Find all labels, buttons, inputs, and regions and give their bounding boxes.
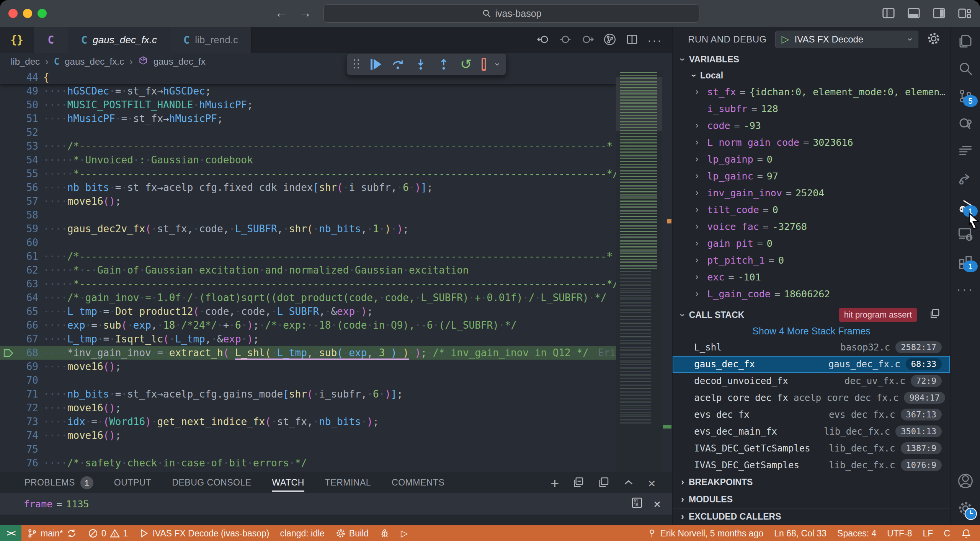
line-number[interactable]: 70	[0, 373, 38, 387]
stack-frame-row[interactable]: acelp_core_dec_fxacelp_core_dec_fx.c984:…	[673, 389, 950, 406]
indentation[interactable]: Spaces: 4	[832, 528, 882, 539]
variable-row[interactable]: ›pt_pitch_1=0	[673, 252, 950, 269]
navigate-back-icon[interactable]	[536, 33, 550, 48]
variables-section-header[interactable]: › VARIABLES	[673, 51, 950, 67]
close-window-button[interactable]	[8, 9, 18, 18]
code-line[interactable]: 76····/*·safety·check·in·case·of·bit·err…	[0, 456, 616, 470]
stack-frame-row[interactable]: gaus_dec_fxgaus_dec_fx.c68:33	[673, 356, 950, 373]
code-line[interactable]: 75	[0, 442, 616, 456]
line-number[interactable]: 55	[0, 167, 38, 181]
line-number[interactable]: 76	[0, 456, 38, 470]
expand-chevron-icon[interactable]: ›	[694, 255, 707, 266]
line-number[interactable]: 74	[0, 429, 38, 442]
pinned-tab-c[interactable]: C	[34, 27, 68, 53]
tab-gaus_dec_fx.c[interactable]: Cgaus_dec_fx.c	[68, 27, 170, 53]
line-number[interactable]: 69	[0, 360, 38, 373]
expand-chevron-icon[interactable]: ›	[694, 137, 707, 148]
sticky-code-line[interactable]: 44{	[0, 70, 616, 84]
stop-button[interactable]	[482, 58, 486, 71]
code-line[interactable]: 63·····*--------------------------------…	[0, 277, 616, 291]
toggle-panel-icon[interactable]	[906, 6, 921, 22]
variable-row[interactable]: ›L_norm_gain_code=3023616	[673, 134, 950, 151]
sidebar-item-live-share[interactable]	[951, 165, 980, 192]
variable-row[interactable]: ›tilt_code=0	[673, 201, 950, 218]
collapse-all-icon[interactable]	[572, 476, 584, 490]
code-line[interactable]: 55·····*--------------------------------…	[0, 167, 616, 181]
panel-tab-output[interactable]: OUTPUT	[114, 472, 152, 493]
line-number[interactable]: 44	[0, 70, 38, 84]
breadcrumb[interactable]: lib_dec › C gaus_dec_fx.c › gaus_dec_fx	[0, 53, 672, 70]
split-panel-icon[interactable]	[597, 476, 609, 490]
line-number[interactable]: 63	[0, 277, 38, 291]
variable-row[interactable]: ›lp_gainc=97	[673, 168, 950, 184]
debug-config-item[interactable]: IVAS FX Decode (ivas-basop)	[133, 528, 274, 539]
panel-tab-terminal[interactable]: TERMINAL	[325, 472, 371, 493]
line-number[interactable]: 52	[0, 125, 38, 139]
scope-local-header[interactable]: › Local	[673, 68, 950, 83]
remove-watch-icon[interactable]: ×	[653, 497, 661, 511]
code-line[interactable]: 58	[0, 208, 616, 222]
sidebar-item-extensions[interactable]: 1	[951, 248, 980, 275]
code-line[interactable]: 73····idx·=·(Word16)·get_next_indice_fx(…	[0, 415, 616, 429]
code-line[interactable]: 69····move16();	[0, 360, 616, 373]
line-number[interactable]: 49	[0, 84, 38, 98]
line-number[interactable]: 64	[0, 291, 38, 305]
more-views-icon[interactable]: ···	[951, 275, 980, 303]
continue-button[interactable]	[371, 59, 381, 70]
language-mode[interactable]: C	[938, 528, 956, 539]
expand-chevron-icon[interactable]: ›	[694, 204, 707, 215]
tab-lib_rend.c[interactable]: Clib_rend.c	[170, 27, 252, 53]
line-number[interactable]: 60	[0, 236, 38, 249]
line-number[interactable]: 57	[0, 194, 38, 208]
line-number[interactable]: 65	[0, 305, 38, 318]
code-line[interactable]: 60	[0, 236, 616, 249]
blame-item[interactable]: Erik Norvell, 5 months ago	[641, 528, 769, 539]
customize-layout-icon[interactable]	[957, 6, 972, 22]
expand-chevron-icon[interactable]: ›	[694, 86, 707, 97]
panel-tab-comments[interactable]: COMMENTS	[392, 472, 444, 493]
code-editor[interactable]: 44{49····hGSCDec·=·st_fx→hGSCDec;50····M…	[0, 70, 672, 472]
sidebar-item-source-control[interactable]: 5	[951, 82, 980, 110]
code-line[interactable]: 68····*inv_gain_inov·=·extract_h(·L_shl(…	[0, 346, 616, 360]
code-line[interactable]: 62·····*·-·Gain·of·Gaussian·excitation·a…	[0, 263, 616, 277]
variable-row[interactable]: ›gain_pit=0	[673, 235, 950, 252]
step-out-button[interactable]	[437, 57, 450, 71]
drag-handle-icon[interactable]	[354, 59, 361, 69]
line-number[interactable]: 59	[0, 222, 38, 236]
code-line[interactable]: 49····hGSCDec·=·st_fx→hGSCDec;	[0, 84, 616, 98]
code-line[interactable]: 59····gaus_dec2v_fx(·st_fx,·code,·L_SUBF…	[0, 222, 616, 236]
binary-view-icon[interactable]: 0110	[630, 496, 644, 512]
close-panel-icon[interactable]: ×	[648, 477, 655, 490]
variable-row[interactable]: ›inv_gain_inov=25204	[673, 184, 950, 201]
cursor-position[interactable]: Ln 68, Col 33	[769, 528, 832, 539]
sidebar-item-search-editor[interactable]	[951, 110, 980, 137]
restart-button[interactable]: ↺	[460, 57, 472, 71]
history-back-icon[interactable]: ←	[275, 5, 288, 20]
section-breakpoints[interactable]: ›BREAKPOINTS	[673, 474, 950, 491]
variable-row[interactable]: ›code=-93	[673, 117, 950, 134]
code-line[interactable]: 57····move16();	[0, 194, 616, 208]
copy-call-stack-icon[interactable]	[929, 308, 940, 322]
expand-chevron-icon[interactable]: ›	[694, 120, 707, 131]
code-line[interactable]: 65····L_tmp·=·Dot_product12(·code,·code,…	[0, 305, 616, 318]
navigate-forward-icon[interactable]	[581, 33, 595, 48]
code-line[interactable]: 54·····*·Unvoiced·:·Gaussian·codebook	[0, 153, 616, 167]
eol[interactable]: LF	[918, 528, 939, 539]
pinned-tab-json[interactable]: {}	[0, 27, 34, 53]
watch-expression-row[interactable]: frame = 1135 0110 ×	[0, 493, 672, 515]
step-into-button[interactable]	[414, 57, 427, 71]
code-line[interactable]: 66····exp·=·sub(·exp,·18·/*24*/·+·6·);·/…	[0, 318, 616, 332]
accounts-icon[interactable]	[951, 467, 980, 495]
expand-chevron-icon[interactable]: ›	[694, 288, 707, 299]
history-forward-icon[interactable]: →	[299, 5, 312, 20]
line-number[interactable]: 56	[0, 181, 38, 194]
location-marker-icon[interactable]	[559, 33, 572, 48]
variable-row[interactable]: ›exc=-101	[673, 269, 950, 285]
variable-row[interactable]: ›st_fx={idchan:0, element_mode:0, elemen…	[673, 83, 950, 100]
more-editor-actions-icon[interactable]: ···	[647, 34, 662, 47]
code-line[interactable]: 72····move16();	[0, 401, 616, 415]
breadcrumb-symbol[interactable]: gaus_dec_fx	[154, 56, 206, 67]
section-modules[interactable]: ›MODULES	[673, 491, 950, 508]
stack-frame-row[interactable]: evs_dec_fxevs_dec_fx.c367:13	[673, 406, 950, 423]
code-line[interactable]: 61····/*--------------------------------…	[0, 249, 616, 263]
